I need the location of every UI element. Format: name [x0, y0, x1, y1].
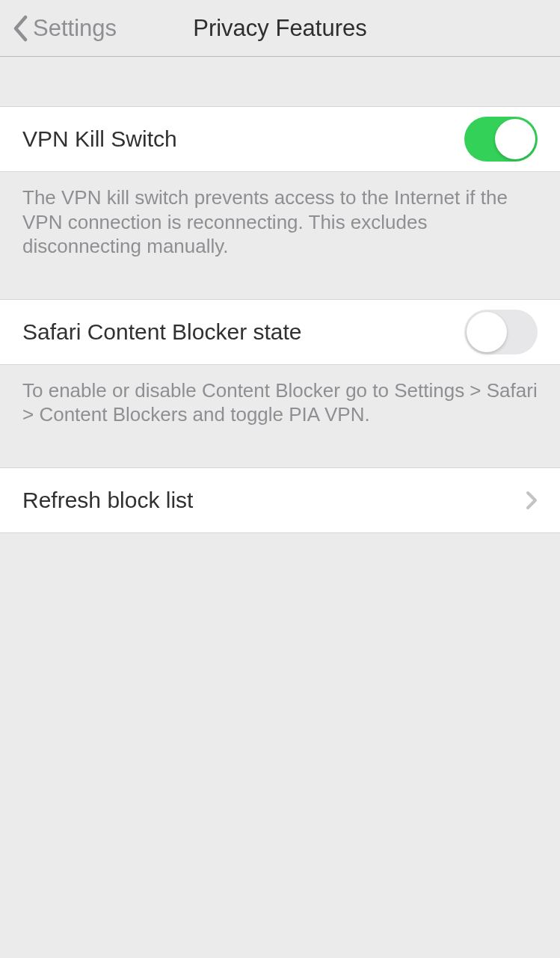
footer-safari-content-blocker: To enable or disable Content Blocker go … [0, 365, 560, 443]
toggle-knob [495, 119, 535, 159]
toggle-knob [467, 312, 507, 352]
chevron-left-icon [12, 15, 28, 42]
row-label: VPN Kill Switch [22, 126, 177, 152]
back-label: Settings [33, 15, 117, 42]
spacer [0, 443, 560, 467]
row-vpn-kill-switch: VPN Kill Switch [0, 106, 560, 172]
navbar: Settings Privacy Features [0, 0, 560, 57]
chevron-right-icon [526, 491, 538, 510]
spacer [0, 57, 560, 106]
row-label: Safari Content Blocker state [22, 319, 302, 345]
toggle-safari-content-blocker[interactable] [464, 310, 538, 354]
spacer [0, 275, 560, 299]
row-safari-content-blocker: Safari Content Blocker state [0, 299, 560, 365]
toggle-vpn-kill-switch[interactable] [464, 117, 538, 162]
back-button[interactable]: Settings [12, 0, 117, 57]
row-refresh-block-list[interactable]: Refresh block list [0, 467, 560, 533]
row-label: Refresh block list [22, 488, 193, 513]
page-title: Privacy Features [193, 15, 367, 42]
footer-vpn-kill-switch: The VPN kill switch prevents access to t… [0, 172, 560, 275]
